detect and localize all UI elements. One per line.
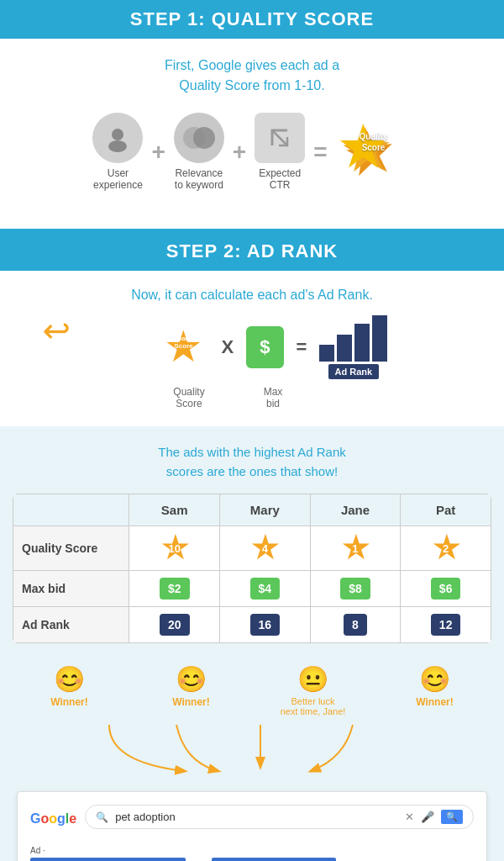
sam-bid-pill: $2: [160, 578, 190, 600]
multiply-operator: X: [222, 336, 234, 358]
th-sam: Sam: [129, 494, 220, 526]
step1-description: First, Google gives each ad aQuality Sco…: [25, 55, 479, 96]
sam-result: 😊 Winner!: [36, 664, 103, 716]
ad-block-1: Ad ·: [30, 846, 474, 861]
table-description: The ads with the highest Ad Rankscores a…: [13, 443, 491, 481]
google-window: Google 🔍 pet adoption ✕ 🎤 🔍 Ad ·: [17, 791, 487, 861]
formula-item-user-experience: Userexperience: [92, 113, 143, 191]
mary-emoji: 😊: [176, 664, 207, 694]
step2-description: Now, it can calculate each ad's Ad Rank.: [25, 288, 479, 303]
connection-arrows: [17, 721, 487, 779]
step2-body: Now, it can calculate each ad's Ad Rank.…: [0, 271, 504, 426]
step2-formula-wrapper: ↪ ★ QualityScore X $ =: [25, 315, 479, 379]
max-bid-row: Max bid $2 $4 $8 $6: [13, 571, 491, 607]
equals-operator-1: =: [313, 139, 327, 166]
th-pat: Pat: [401, 494, 491, 526]
comparison-table: Sam Mary Jane Pat Quality Score ★ 10 ★: [13, 494, 491, 643]
google-mock-section: Google 🔍 pet adoption ✕ 🎤 🔍 Ad ·: [0, 783, 504, 861]
bar-2: [337, 335, 352, 362]
ad-tag-1: Ad ·: [30, 846, 474, 855]
arrows-section: [0, 721, 504, 783]
svg-point-3: [193, 127, 215, 149]
relevance-icon: [174, 113, 224, 163]
ctr-label: ExpectedCTR: [259, 167, 301, 191]
ad-rank-bar-chart: [319, 315, 387, 362]
quality-score-label-below: Quality Score: [164, 386, 214, 409]
mary-rank-pill: 16: [250, 614, 281, 636]
ad-rank-label: Ad Rank: [328, 364, 380, 379]
user-icon: [92, 113, 143, 163]
pat-ad-rank: 12: [401, 607, 491, 643]
max-bid-box: $: [246, 326, 283, 368]
step2-formula-row: ★ QualityScore X $ = Ad Rank: [25, 315, 479, 379]
emoji-section: 😊 Winner! 😊 Winner! 😐 Better lucknext ti…: [0, 652, 504, 721]
quality-score-row-label: Quality Score: [13, 526, 129, 571]
jane-result-label: Better lucknext time, Jane!: [281, 696, 346, 716]
bar-1: [319, 345, 334, 362]
formula-item-relevance: Relevanceto keyword: [174, 113, 224, 191]
th-jane: Jane: [310, 494, 401, 526]
step2-header: STEP 2: AD RANK: [0, 232, 504, 271]
search-submit-icon[interactable]: 🔍: [441, 810, 463, 824]
svg-point-0: [112, 129, 123, 140]
search-clear-icon[interactable]: ✕: [405, 811, 414, 823]
jane-rank-pill: 8: [344, 614, 367, 636]
pat-quality-score: ★ 2: [401, 526, 491, 571]
search-bar[interactable]: 🔍 pet adoption ✕ 🎤 🔍: [85, 805, 474, 829]
table-section: The ads with the highest Ad Rankscores a…: [0, 426, 504, 652]
search-text: pet adoption: [115, 811, 398, 823]
spacer-2: [302, 386, 319, 409]
spacer-1: [227, 386, 244, 409]
step1-formula-row: Userexperience + Relevanceto keyword +: [25, 113, 479, 191]
bar-4: [372, 315, 387, 362]
pat-rank-pill: 12: [431, 614, 461, 636]
sam-result-label: Winner!: [50, 696, 88, 708]
sam-ad-rank: 20: [129, 607, 220, 643]
step1-body: First, Google gives each ad aQuality Sco…: [0, 39, 504, 232]
search-icon: 🔍: [96, 811, 108, 823]
pat-max-bid: $6: [401, 571, 491, 607]
ad-rank-row-label: Ad Rank: [13, 607, 129, 643]
pat-result: 😊 Winner!: [402, 664, 469, 716]
mary-quality-score: ★ 4: [220, 526, 311, 571]
user-experience-label: Userexperience: [93, 167, 143, 191]
google-logo: Google: [30, 811, 76, 827]
table-header-row: Sam Mary Jane Pat: [13, 494, 491, 526]
sam-quality-score: ★ 10: [129, 526, 220, 571]
max-bid-label-below: Max bid: [256, 386, 290, 409]
equals-operator-2: =: [297, 336, 307, 358]
step2-quality-score: ★ QualityScore: [159, 325, 209, 371]
relevance-label: Relevanceto keyword: [175, 167, 223, 191]
jane-max-bid: $8: [310, 571, 401, 607]
mary-bid-pill: $4: [250, 578, 281, 600]
ad-rank-row: Ad Rank 20 16 8 12: [13, 607, 491, 643]
svg-point-1: [108, 140, 127, 152]
voice-search-icon[interactable]: 🎤: [421, 811, 434, 823]
mary-result: 😊 Winner!: [158, 664, 225, 716]
sam-emoji: 😊: [54, 664, 85, 694]
max-bid-row-label: Max bid: [13, 571, 129, 607]
pat-result-label: Winner!: [416, 696, 454, 708]
spacer-3: [332, 386, 382, 409]
sam-max-bid: $2: [129, 571, 220, 607]
sam-rank-pill: 20: [160, 614, 190, 636]
step1-header: STEP 1: QUALITY SCORE: [0, 0, 504, 39]
jane-bid-pill: $8: [340, 578, 370, 600]
quality-score-result: ★ ★ ★ QualityScore: [336, 116, 412, 188]
ad1-title-line2: [212, 858, 336, 861]
jane-result: 😐 Better lucknext time, Jane!: [280, 664, 347, 716]
svg-line-4: [272, 130, 287, 145]
ad-rank-result: Ad Rank: [319, 315, 387, 379]
pat-emoji: 😊: [419, 664, 450, 694]
plus-operator-2: +: [233, 139, 246, 166]
pat-bid-pill: $6: [431, 578, 461, 600]
th-mary: Mary: [220, 494, 311, 526]
bar-3: [354, 324, 370, 362]
th-empty: [13, 494, 129, 526]
mary-ad-rank: 16: [220, 607, 311, 643]
mary-max-bid: $4: [220, 571, 311, 607]
ad1-title-line1: [30, 858, 186, 861]
jane-quality-score: ★ 1: [310, 526, 401, 571]
jane-emoji: 😐: [297, 664, 328, 694]
mary-result-label: Winner!: [172, 696, 210, 708]
